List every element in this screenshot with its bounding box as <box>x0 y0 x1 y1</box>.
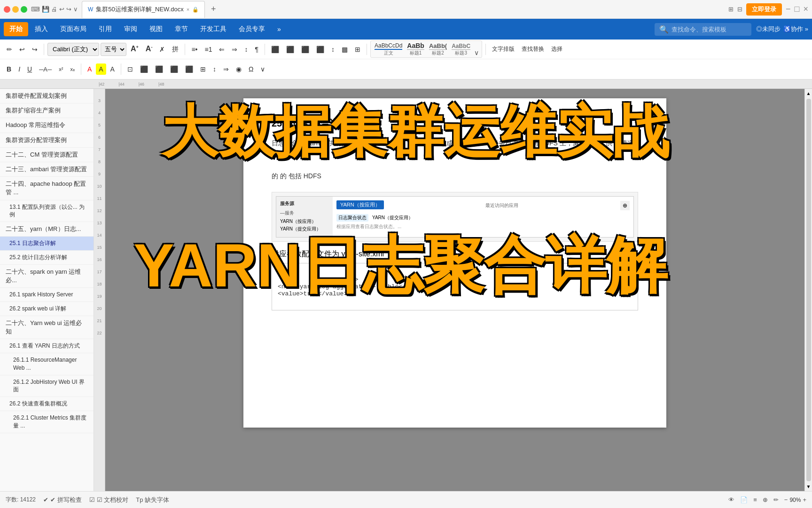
style-h2[interactable]: AaBb( 标题2 <box>427 42 449 56</box>
sidebar-item-cluster-metrics[interactable]: 26.2.1 Cluster Metrics 集群度量 ... <box>0 411 94 433</box>
center-button[interactable]: ⬛ <box>283 44 297 55</box>
sidebar-item-scale[interactable]: 集群扩缩容生产案例 <box>0 103 94 118</box>
subscript-button[interactable]: x₂ <box>67 64 78 74</box>
style-normal[interactable]: AaBbCcDd 正文 <box>373 42 404 56</box>
sc-expand-button[interactable]: ⊕ <box>620 201 630 210</box>
sync-button[interactable]: ◎未同步 <box>756 25 781 33</box>
multi-window-icon[interactable]: ⊟ <box>737 6 742 13</box>
decrease-indent-button[interactable]: ⇐ <box>216 44 227 55</box>
sidebar-item-ambari[interactable]: 二十三、ambari 管理资源配置 <box>0 162 94 177</box>
menu-view[interactable]: 视图 <box>144 22 168 36</box>
login-button[interactable]: 立即登录 <box>746 3 782 16</box>
layout-button[interactable]: ⊞ <box>197 64 209 75</box>
numbering-button[interactable]: ≡1 <box>202 44 215 55</box>
menu-review[interactable]: 审阅 <box>118 22 143 36</box>
styles-expand-button[interactable]: ∨ <box>473 49 480 56</box>
insert-frame-button[interactable]: ⊡ <box>125 64 136 75</box>
align-right-button[interactable]: ⬛ <box>298 44 312 55</box>
sidebar-item-cluster-overview[interactable]: 26.2 快速查看集群概况 <box>0 397 94 411</box>
bullets-button[interactable]: ≡• <box>188 44 200 55</box>
read-mode-button[interactable]: 👁 <box>728 496 734 503</box>
list-view-button[interactable]: ≡ <box>753 496 757 503</box>
increase-indent-button[interactable]: ⇒ <box>229 44 240 55</box>
shrink-font-button[interactable]: A- <box>143 43 156 55</box>
clear-format-button[interactable]: ✗ <box>156 44 168 55</box>
zoom-in-button[interactable]: + <box>803 496 806 503</box>
sidebar-item-apache-hadoop[interactable]: 二十四、apache hadoop 配置管 ... <box>0 177 94 200</box>
border-button[interactable]: ⊞ <box>352 44 363 55</box>
find-replace-button[interactable]: 查找替换 <box>519 43 547 55</box>
sidebar-item-rm-web[interactable]: 26.1.1 ResourceManager Web ... <box>0 353 94 375</box>
document-tab[interactable]: W 集群50运维案例详解_NEW.docx × 🔒 <box>82 1 205 18</box>
underline-button[interactable]: U <box>24 64 35 75</box>
font-color-button[interactable]: A <box>85 64 94 75</box>
new-tab-button[interactable]: + <box>207 3 220 16</box>
sidebar-item-hardware[interactable]: 集群硬件配置规划案例 <box>0 89 94 103</box>
indent-button[interactable]: ⇒ <box>220 64 232 75</box>
tab-close-button[interactable]: × <box>187 7 189 12</box>
show-para-button[interactable]: ¶ <box>252 44 261 55</box>
menu-search-input[interactable] <box>671 26 747 33</box>
justify-button[interactable]: ⬛ <box>313 44 327 55</box>
restore-window-button[interactable]: □ <box>795 4 800 14</box>
strikethrough-button[interactable]: ─A─ <box>36 64 55 75</box>
align-right-button2[interactable]: ⬛ <box>167 64 181 75</box>
window-minimize-button[interactable] <box>12 6 19 13</box>
sidebar-item-spark-yarn[interactable]: 二十六、spark on yarn 运维必... <box>0 265 94 288</box>
menu-search-box[interactable]: 🔍 <box>655 23 751 36</box>
sidebar-item-spark-history[interactable]: 26.1 spark History Server <box>0 288 94 302</box>
page-view-button[interactable]: 📄 <box>740 496 748 503</box>
sidebar-item-log-analysis[interactable]: 25.2 统计日志分析详解 <box>0 251 94 265</box>
font-bg-button[interactable]: A <box>108 64 117 75</box>
menu-developer[interactable]: 开发工具 <box>195 22 232 36</box>
sidebar-item-yarn-webui[interactable]: 二十六、Yarn web ui 运维必知 <box>0 316 94 339</box>
menu-section[interactable]: 章节 <box>169 22 194 36</box>
align-left-button[interactable]: ⬛ <box>268 44 282 55</box>
text-layout-button[interactable]: 文字排版 <box>489 43 517 55</box>
grow-font-button[interactable]: A+ <box>128 43 141 55</box>
window-close-button[interactable] <box>4 6 10 13</box>
align-left-button2[interactable]: ⬛ <box>137 64 151 75</box>
center-button2[interactable]: ⬛ <box>152 64 166 75</box>
collab-button[interactable]: ♿协作 » <box>783 25 808 33</box>
menu-start[interactable]: 开始 <box>4 22 28 36</box>
scrollbar-vertical[interactable]: ▲ ▼ <box>804 89 812 491</box>
zoom-out-button[interactable]: − <box>784 496 788 503</box>
font-name-select[interactable]: Calibri (正文) <box>47 43 99 56</box>
menu-more[interactable]: » <box>272 23 287 36</box>
menu-references[interactable]: 引用 <box>93 22 117 36</box>
italic-button[interactable]: I <box>16 64 23 75</box>
scroll-thumb[interactable] <box>806 99 811 481</box>
menu-insert[interactable]: 插入 <box>29 22 54 36</box>
window-maximize-button[interactable] <box>21 6 27 13</box>
missing-font-button[interactable]: Tp 缺失字体 <box>136 496 169 504</box>
style-h3[interactable]: AaBbC 标题3 <box>450 43 472 56</box>
highlight-button[interactable]: A <box>96 64 106 75</box>
scroll-down-button[interactable]: ▼ <box>804 482 812 491</box>
style-h1[interactable]: AaBb 标题1 <box>405 42 426 56</box>
sidebar-item-hadoop[interactable]: Hadoop 常用运维指令 <box>0 118 94 133</box>
select-button[interactable]: 选择 <box>548 43 565 55</box>
sort-button[interactable]: ↕ <box>242 44 250 55</box>
more-button[interactable]: ∨ <box>258 64 268 75</box>
format-brush-button[interactable]: ✏ <box>4 44 15 55</box>
grid-view-icon[interactable]: ⊞ <box>728 6 734 13</box>
close-window-button[interactable]: × <box>803 4 808 14</box>
shading-button[interactable]: ▩ <box>339 44 351 55</box>
menu-page-layout[interactable]: 页面布局 <box>55 22 92 36</box>
spell-check-button[interactable]: ✔ ✔ 拼写检查 <box>43 496 82 504</box>
sidebar-item-queue[interactable]: 13.1 配置队列资源（以公... 为例 <box>0 200 94 222</box>
document-page[interactable]: 25.1 日志聚合详解 日志聚合是 Yarn 提供的日志中央化管理功能，它能将运… <box>243 98 666 428</box>
doc-verify-button[interactable]: ☑ ☑ 文档校对 <box>89 496 129 504</box>
line-spacing-button[interactable]: ↕ <box>328 44 337 55</box>
undo-button[interactable]: ↩ <box>16 44 28 55</box>
sidebar-item-cm[interactable]: 二十二、CM 管理资源配置 <box>0 148 94 162</box>
minimize-window-button[interactable]: − <box>786 4 791 14</box>
menu-vip[interactable]: 会员专享 <box>233 22 271 36</box>
font-size-select[interactable]: 五号 <box>101 43 126 56</box>
edit-mode-button[interactable]: ✏ <box>773 496 779 503</box>
redo-button[interactable]: ↪ <box>29 44 40 55</box>
bold-button[interactable]: B <box>4 64 14 75</box>
sidebar-item-jobhistory[interactable]: 26.1.2 JobHistory Web UI 界面 <box>0 375 94 397</box>
phonetic-button[interactable]: 拼 <box>169 43 181 56</box>
